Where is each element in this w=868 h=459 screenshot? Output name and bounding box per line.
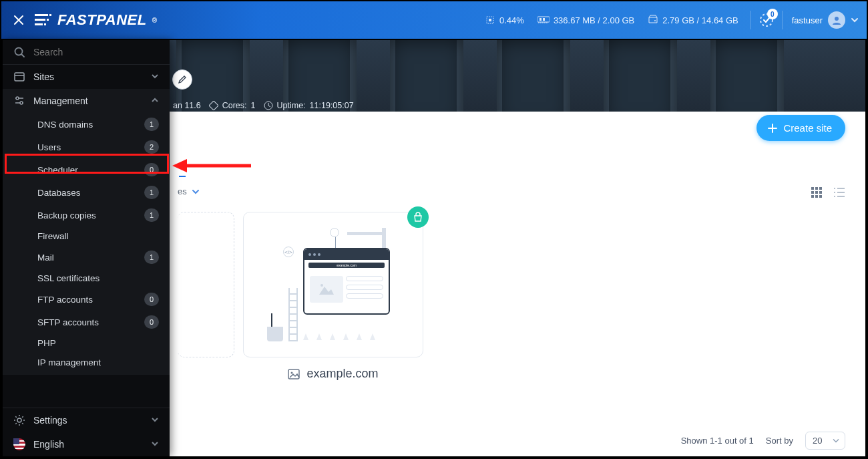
sidebar-subitem-firewall[interactable]: Firewall [3,226,170,246]
sidebar-item-sites[interactable]: Sites [3,65,170,89]
list-footer: Shown 1-1 out of 1 Sort by 20 [170,432,865,450]
cores-stat: Cores: 1 [209,101,256,110]
uptime-label: Uptime: [277,101,306,110]
brand-registered: ® [152,17,158,24]
cores-value: 1 [251,101,256,110]
cpu-icon [485,15,495,25]
sidebar-subitem-ssl-certificates[interactable]: SSL certificates [3,269,170,288]
search-input[interactable] [33,47,159,57]
chevron-up-icon [151,96,159,106]
sidebar-subitem-label: Databases [37,188,144,198]
disk-icon [648,15,658,25]
svg-rect-18 [819,187,822,190]
sidebar-language-label: English [33,439,143,450]
svg-rect-37 [15,73,24,81]
svg-rect-24 [819,195,822,198]
sidebar-subitem-label: Scheduler [37,165,144,175]
svg-rect-14 [209,101,218,110]
svg-marker-31 [319,287,334,295]
svg-rect-0 [35,14,48,16]
lock-bag-icon [413,212,423,222]
sidebar-item-settings[interactable]: Settings [3,408,170,432]
svg-point-11 [654,20,656,21]
svg-point-13 [835,17,839,21]
sidebar-item-management[interactable]: Management [3,89,170,113]
sliders-icon [13,95,25,107]
sidebar-subitem-label: Firewall [37,231,159,241]
sidebar-subitem-php[interactable]: PHP [3,333,170,353]
site-name-label[interactable]: example.com [306,367,378,381]
site-illustration: </> example.com [263,228,403,341]
username-label: fastuser [792,15,823,25]
brand-logo[interactable]: FASTPANEL® [35,11,158,29]
close-sidebar-button[interactable] [9,14,28,26]
sidebar: Sites Management DNS domains1Users2Sched… [3,40,170,456]
sidebar-management-label: Management [33,96,143,106]
page-size-value: 20 [813,436,822,446]
server-stats-row: an 11.6 Cores: 1 Uptime: 11:19:05:07 [173,101,354,110]
sidebar-subitem-backup-copies[interactable]: Backup copies1 [3,204,170,226]
ram-value: 336.67 MB / 2.00 GB [554,15,634,25]
user-icon [832,15,841,25]
view-toggle [811,186,845,201]
sidebar-subitem-label: SSL certificates [37,273,159,283]
sidebar-management-section: Management DNS domains1Users2Scheduler0D… [3,89,170,375]
edit-server-name-button[interactable] [172,69,192,90]
svg-rect-10 [543,18,545,21]
chevron-down-icon [151,71,159,82]
top-header: FASTPANEL® 0.44% 336.67 MB / 2.00 GB 2.7… [1,1,867,39]
header-disk-stat[interactable]: 2.79 GB / 14.64 GB [648,15,738,25]
notification-count-badge: 0 [767,9,778,19]
user-menu[interactable]: fastuser [792,11,859,29]
header-separator [750,11,751,29]
list-view-button[interactable] [833,186,845,201]
sidebar-subitem-ip-management[interactable]: IP management [3,353,170,372]
disk-value: 2.79 GB / 14.64 GB [662,15,738,25]
sidebar-subitem-dns-domains[interactable]: DNS domains1 [3,113,170,136]
flag-us-icon [13,438,25,450]
tabs-row[interactable] [179,157,186,177]
notifications-button[interactable]: 0 [756,10,777,30]
count-badge: 1 [144,186,159,199]
sidebar-subitem-label: FTP accounts [37,295,144,305]
site-ssl-badge [407,206,429,228]
gear-icon [13,414,25,426]
sidebar-subitem-label: Backup copies [37,210,144,220]
create-site-label: Create site [783,122,832,134]
shown-counter: Shown 1-1 out of 1 [681,436,754,446]
chevron-down-icon [151,439,159,450]
sidebar-subitem-sftp-accounts[interactable]: SFTP accounts0 [3,311,170,333]
svg-rect-3 [49,14,51,16]
header-ram-stat[interactable]: 336.67 MB / 2.00 GB [537,15,634,25]
svg-rect-1 [35,19,45,21]
svg-rect-23 [815,195,818,198]
sidebar-subitem-label: PHP [37,338,159,348]
svg-rect-9 [539,18,541,21]
svg-point-42 [20,102,23,104]
count-badge: 2 [144,140,159,154]
sidebar-search[interactable] [3,40,170,64]
sidebar-subitem-label: DNS domains [37,120,144,130]
sidebar-subitem-scheduler[interactable]: Scheduler0 [3,158,170,181]
grid-view-button[interactable] [811,186,823,201]
sidebar-subitem-label: IP management [37,357,159,367]
header-cpu-stat[interactable]: 0.44% [485,15,524,25]
sidebar-subitem-databases[interactable]: Databases1 [3,181,170,204]
cpu-value: 0.44% [499,15,524,25]
list-icon [833,186,845,198]
sidebar-item-language[interactable]: English [3,432,170,456]
sidebar-subitem-mail[interactable]: Mail1 [3,246,170,269]
count-badge: 1 [144,208,159,222]
pencil-icon [178,75,187,84]
site-card[interactable]: </> example.com example.com [243,212,423,372]
site-card-preview: </> example.com [243,212,423,357]
filter-dropdown[interactable]: es [178,186,200,196]
cores-icon [209,101,218,110]
sidebar-settings-label: Settings [33,415,143,426]
page-size-select[interactable]: 20 [805,432,845,450]
svg-rect-4 [47,19,49,21]
create-site-button[interactable]: Create site [756,115,845,141]
sidebar-subitem-ftp-accounts[interactable]: FTP accounts0 [3,288,170,311]
sidebar-subitem-users[interactable]: Users2 [3,136,170,158]
image-icon [288,368,300,380]
